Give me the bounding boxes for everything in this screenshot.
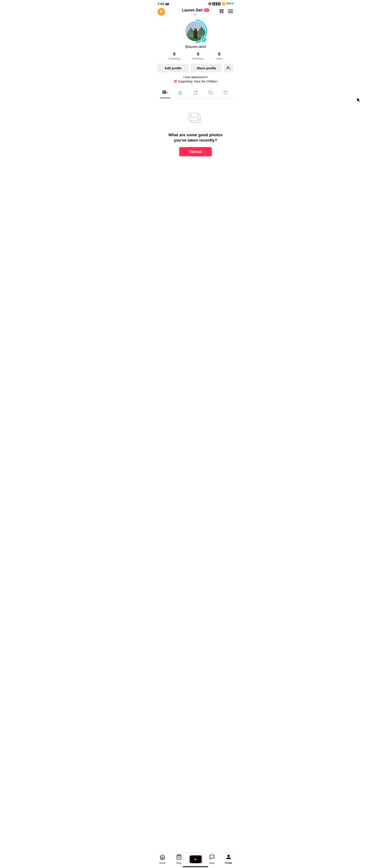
home-indicator (183, 866, 208, 867)
shop-label: Shop (176, 862, 182, 864)
likes-stat[interactable]: 0 Likes (210, 52, 229, 60)
profile-label: Profile (225, 862, 232, 864)
add-btn-wrap: + (187, 855, 204, 863)
grid-svg (162, 90, 167, 94)
svg-rect-23 (189, 113, 198, 121)
signal-icon: ▌▌▌▌▌ (212, 2, 221, 5)
profile-svg (226, 854, 231, 860)
status-icons: 🔕 ▌▌▌▌▌ 📶 89% (208, 2, 234, 5)
supporting-text: 💝 Supporting: Save the Children (174, 80, 217, 83)
share-profile-button[interactable]: Share profile (191, 64, 222, 72)
bio-text: I love adventure!!!! (174, 75, 217, 79)
loop-icon (219, 9, 224, 14)
home-icon (160, 854, 165, 861)
top-nav: P Lauren Deli 9+ her (154, 6, 237, 18)
username-text: Lauren Deli (182, 8, 203, 12)
svg-rect-1 (228, 11, 233, 12)
tag-icon (208, 91, 213, 95)
add-content-button[interactable]: + (190, 855, 201, 863)
shop-icon (176, 854, 182, 861)
nav-profile[interactable]: Profile (220, 854, 237, 864)
hamburger-icon (228, 9, 233, 14)
svg-rect-17 (165, 91, 166, 94)
profile-icon (226, 854, 231, 861)
empty-state: What are some good photos you've taken r… (154, 98, 237, 165)
profile-section: + @lauren.deli3 0 Following 0 Followers … (154, 18, 237, 98)
battery-percent: 89% (226, 2, 231, 5)
plus-icon: + (194, 856, 197, 862)
avatar-wrap: + (184, 20, 207, 43)
content-tabs: ▾ (157, 87, 234, 98)
empty-state-title: What are some good photos you've taken r… (162, 132, 229, 143)
dropdown-chevron: ▾ (167, 91, 168, 94)
home-label: Home (159, 862, 166, 864)
bottom-nav: Home Shop + Inbox (154, 852, 237, 868)
avatar-plus-icon: + (203, 37, 205, 42)
inbox-label: Inbox (209, 862, 215, 864)
nav-home[interactable]: Home (154, 854, 171, 864)
time-display: 7:43 (157, 2, 164, 5)
followers-stat[interactable]: 0 Followers (186, 52, 210, 60)
nav-avatar[interactable]: P (157, 8, 165, 16)
notification-badge: 9+ (204, 8, 209, 12)
mute-icon: 🔕 (208, 2, 212, 5)
stats-row: 0 Following 0 Followers 0 Likes (157, 52, 234, 60)
nav-username: Lauren Deli 9+ (182, 8, 209, 12)
svg-rect-15 (162, 91, 163, 94)
followers-count: 0 (197, 52, 199, 57)
add-friend-button[interactable] (224, 64, 234, 72)
tab-private[interactable] (173, 87, 188, 98)
status-bar: 7:43 📷 🔕 ▌▌▌▌▌ 📶 89% (154, 0, 237, 6)
bio-section: I love adventure!!!! 💝 Supporting: Save … (174, 75, 217, 83)
tab-tagged[interactable] (203, 87, 218, 98)
tab-liked[interactable] (218, 87, 234, 98)
svg-rect-0 (228, 9, 233, 10)
pronoun-text: her (193, 13, 198, 16)
svg-point-10 (194, 33, 198, 34)
supporting-label: Supporting: Save the Children (178, 80, 217, 83)
svg-point-7 (195, 33, 197, 35)
edit-profile-button[interactable]: Edit profile (157, 64, 189, 72)
menu-button[interactable] (228, 8, 234, 16)
photos-placeholder-icon (187, 109, 204, 126)
heart-icon (223, 91, 228, 95)
likes-label: Likes (216, 57, 222, 60)
avatar-add-button[interactable]: + (201, 36, 207, 42)
nav-action-icons (219, 8, 234, 16)
nav-title-area: Lauren Deli 9+ her (182, 8, 209, 16)
wifi-icon: 📶 (222, 2, 225, 5)
nav-inbox[interactable]: Inbox (204, 854, 220, 864)
svg-rect-8 (195, 36, 197, 39)
camera-icon: 📷 (165, 2, 169, 5)
upload-button[interactable]: Upload (179, 147, 212, 156)
svg-rect-11 (195, 33, 197, 34)
home-svg (160, 854, 165, 860)
likes-count: 0 (218, 52, 220, 57)
nav-shop[interactable]: Shop (171, 854, 187, 864)
lock-icon (178, 91, 183, 95)
add-content-inner: + (190, 856, 201, 863)
followers-label: Followers (192, 57, 204, 60)
grid-icon (162, 90, 167, 96)
following-label: Following (169, 57, 180, 60)
svg-point-12 (228, 66, 229, 68)
inbox-svg (209, 854, 215, 860)
battery-display: 89% (226, 2, 234, 5)
loop-button[interactable] (219, 8, 224, 16)
avatar-letter: P (160, 10, 162, 14)
tab-reposts[interactable] (188, 87, 203, 98)
empty-photos-icon (187, 109, 204, 129)
following-stat[interactable]: 0 Following (162, 52, 186, 60)
user-handle: @lauren.deli3 (185, 45, 206, 49)
svg-rect-2 (228, 12, 233, 13)
repost-icon (193, 91, 198, 95)
svg-rect-18 (179, 93, 182, 94)
status-time: 7:43 📷 (157, 2, 169, 5)
following-count: 0 (173, 52, 175, 57)
svg-rect-16 (164, 91, 165, 94)
add-friend-icon (226, 66, 231, 70)
svg-rect-9 (197, 36, 198, 38)
supporting-emoji: 💝 (174, 80, 177, 83)
tab-grid[interactable]: ▾ (157, 87, 173, 98)
shop-svg (176, 854, 182, 860)
